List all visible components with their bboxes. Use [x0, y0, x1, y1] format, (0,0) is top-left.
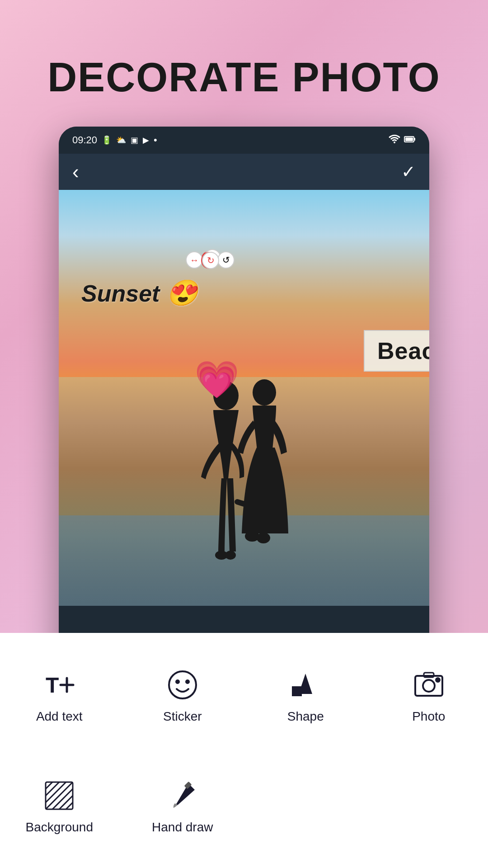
wifi-icon	[389, 134, 400, 146]
brush-icon	[164, 778, 201, 814]
shape-icon	[287, 667, 324, 703]
rotate-handle[interactable]: ↺	[217, 251, 235, 269]
tool-photo[interactable]: Photo	[370, 642, 488, 748]
sticker-sunset-text[interactable]: Sunset 😍	[81, 278, 198, 308]
confirm-button[interactable]: ✓	[401, 162, 416, 182]
svg-point-12	[169, 671, 196, 698]
screen-icon: ▣	[131, 135, 138, 145]
photo-label: Photo	[412, 709, 445, 724]
svg-rect-16	[292, 686, 302, 696]
app-toolbar: ‹ ✓	[59, 154, 429, 190]
bottom-toolbar: T Add text Sticker Shape	[0, 633, 488, 868]
battery-charge-icon: 🔋	[102, 135, 112, 145]
beach-text-box[interactable]: Beach	[364, 330, 429, 372]
svg-point-14	[186, 680, 189, 683]
svg-point-8	[257, 533, 270, 543]
tool-add-text[interactable]: T Add text	[0, 642, 119, 748]
tool-background[interactable]: Background	[0, 753, 119, 859]
shape-label: Shape	[287, 709, 324, 724]
weather-icon: ⛅	[116, 135, 126, 145]
battery-icon	[404, 134, 416, 146]
svg-point-6	[253, 379, 276, 406]
svg-line-27	[59, 796, 73, 809]
svg-text:T: T	[46, 673, 59, 697]
svg-point-13	[176, 680, 179, 683]
emoji-sunglasses: 😍	[166, 278, 198, 307]
svg-line-23	[46, 782, 59, 796]
hand-draw-label: Hand draw	[152, 820, 213, 835]
status-bar: 09:20 🔋 ⛅ ▣ ▶ •	[59, 127, 429, 154]
back-button[interactable]: ‹	[72, 160, 79, 183]
dot-icon: •	[154, 134, 157, 146]
background-label: Background	[26, 820, 93, 835]
add-text-label: Add text	[36, 709, 83, 724]
svg-rect-1	[405, 137, 413, 141]
tool-hand-draw[interactable]: Hand draw	[123, 753, 242, 859]
background-icon	[41, 778, 77, 814]
svg-point-20	[436, 678, 440, 682]
flip-handle[interactable]: ↔	[186, 251, 203, 269]
smiley-icon	[164, 667, 201, 703]
text-plus-icon: T	[41, 667, 77, 703]
page-title: DECORATE PHOTO	[0, 54, 488, 101]
sunset-label: Sunset	[81, 280, 160, 307]
status-time: 09:20	[72, 134, 97, 146]
beach-label: Beach	[377, 338, 429, 364]
svg-line-28	[66, 802, 73, 809]
svg-rect-2	[414, 138, 415, 141]
svg-line-25	[46, 782, 73, 809]
tool-shape[interactable]: Shape	[246, 642, 365, 748]
tool-sticker[interactable]: Sticker	[123, 642, 242, 748]
phone-mockup: 09:20 🔋 ⛅ ▣ ▶ • ‹ ✓	[59, 127, 429, 669]
photo-canvas[interactable]: Sunset 😍 ✕ ↕ ↺ ↔ ✏ ↻ Beach 💗	[59, 190, 429, 606]
rotate-bottom-handle[interactable]: ↻	[202, 252, 219, 269]
photo-icon	[411, 667, 447, 703]
svg-point-18	[423, 680, 435, 692]
svg-point-5	[225, 551, 236, 560]
svg-line-22	[46, 782, 52, 789]
sticker-label: Sticker	[163, 709, 202, 724]
heart-sticker[interactable]: 💗	[194, 362, 239, 398]
youtube-icon: ▶	[143, 135, 149, 145]
